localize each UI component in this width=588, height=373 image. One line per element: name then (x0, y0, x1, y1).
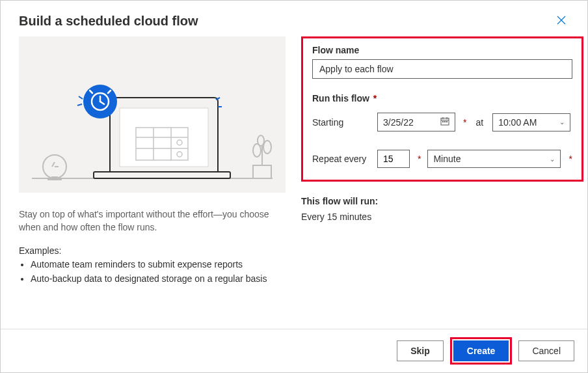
svg-rect-4 (51, 176, 58, 178)
skip-button[interactable]: Skip (397, 340, 444, 361)
description-text: Stay on top of what's important without … (19, 208, 286, 234)
svg-rect-32 (446, 121, 448, 122)
right-column: Flow name Run this flow * Starting 3/25/… (301, 36, 583, 329)
repeat-interval-input[interactable] (377, 150, 410, 168)
start-time-value: 10:00 AM (498, 117, 537, 128)
start-time-select[interactable]: 10:00 AM ⌄ (492, 113, 570, 131)
examples-list: Automate team reminders to submit expens… (31, 258, 286, 285)
svg-line-23 (77, 104, 82, 105)
at-label: at (475, 117, 483, 128)
close-icon[interactable] (554, 12, 569, 30)
create-button[interactable]: Create (453, 340, 509, 361)
svg-rect-31 (444, 121, 446, 122)
dialog-title: Build a scheduled cloud flow (19, 14, 198, 29)
starting-label: Starting (312, 117, 371, 128)
cancel-button[interactable]: Cancel (518, 340, 574, 361)
repeat-unit-value: Minute (433, 154, 461, 164)
dialog-header: Build a scheduled cloud flow (1, 1, 587, 36)
repeat-every-label: Repeat every (312, 154, 371, 164)
run-this-flow-label: Run this flow * (312, 93, 572, 104)
chevron-down-icon: ⌄ (559, 118, 565, 126)
start-date-value: 3/25/22 (383, 117, 414, 128)
svg-line-2 (52, 162, 55, 167)
flow-name-input[interactable] (312, 59, 572, 79)
svg-line-22 (79, 96, 83, 99)
illustration (19, 36, 286, 193)
calendar-icon (440, 117, 449, 128)
summary-text: Every 15 minutes (301, 212, 583, 222)
dialog-footer: Skip Create Cancel (1, 329, 587, 372)
chevron-down-icon: ⌄ (550, 156, 555, 163)
required-marker: * (418, 154, 421, 164)
summary-heading: This flow will run: (301, 196, 583, 206)
svg-point-8 (258, 135, 264, 146)
required-marker: * (568, 154, 572, 164)
examples-label: Examples: (19, 245, 286, 256)
required-marker: * (463, 117, 466, 128)
start-date-input[interactable]: 3/25/22 (377, 113, 455, 131)
svg-rect-9 (94, 172, 230, 178)
svg-rect-5 (47, 178, 62, 180)
svg-rect-30 (442, 121, 444, 122)
example-item: Automate team reminders to submit expens… (31, 258, 286, 271)
svg-point-7 (263, 141, 271, 154)
repeat-unit-select[interactable]: Minute ⌄ (427, 150, 561, 168)
scheduled-flow-dialog: Build a scheduled cloud flow (0, 0, 588, 373)
left-column: Stay on top of what's important without … (19, 36, 286, 329)
highlighted-config-area: Flow name Run this flow * Starting 3/25/… (301, 36, 583, 182)
create-button-highlight: Create (450, 337, 513, 365)
flow-name-label: Flow name (312, 45, 572, 55)
example-item: Auto-backup data to designated storage o… (31, 273, 286, 286)
